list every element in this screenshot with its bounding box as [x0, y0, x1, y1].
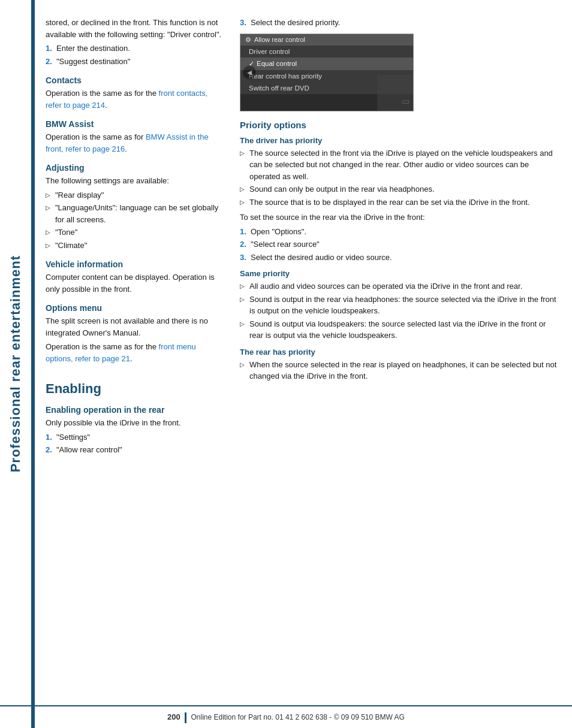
- page-wrapper: Professional rear entertainment stored, …: [0, 0, 572, 728]
- contacts-heading: Contacts: [46, 75, 222, 85]
- rear-priority-heading: The rear has priority: [240, 348, 561, 357]
- adjusting-list: "Rear display" "Language/Units": languag…: [46, 189, 222, 252]
- driver-priority-item-1: The source selected in the front via the…: [240, 147, 561, 183]
- screenshot-container: ⚙ Allow rear control Driver control Equa…: [240, 34, 414, 111]
- content-area: stored, or declined in the front. This f…: [35, 0, 572, 728]
- adjusting-item-4: "Climate": [46, 240, 222, 252]
- left-column: stored, or declined in the front. This f…: [35, 11, 233, 728]
- driver-priority-intro: To set the source in the rear via the iD…: [240, 212, 561, 223]
- driver-priority-item-3: The source that is to be displayed in th…: [240, 197, 561, 209]
- enabling-sub-heading: Enabling operation in the rear: [46, 405, 222, 415]
- driver-priority-step-1: 1. Open "Options".: [240, 226, 561, 238]
- same-priority-heading: Same priority: [240, 269, 561, 278]
- topbar-title: Allow rear control: [254, 36, 305, 43]
- enabling-step-1: 1. "Settings": [46, 431, 222, 443]
- driver-priority-item-2: Sound can only be output in the rear via…: [240, 183, 561, 195]
- rear-priority-item-1: When the source selected in the rear is …: [240, 359, 561, 382]
- bmw-assist-text: Operation is the same as for BMW Assist …: [46, 131, 222, 155]
- enabling-step-2: 2. "Allow rear control": [46, 444, 222, 456]
- same-priority-item-3: Sound is output via loudspeakers: the so…: [240, 318, 561, 342]
- driver-priority-step-2: 2. "Select rear source": [240, 238, 561, 250]
- adjusting-intro: The following settings are available:: [46, 175, 222, 187]
- enabling-text: Only possible via the iDrive in the fron…: [46, 417, 222, 429]
- page-number: 200: [167, 712, 180, 721]
- screenshot-map-bg: [377, 75, 413, 111]
- rear-priority-list: When the source selected in the rear is …: [240, 359, 561, 382]
- adjusting-heading: Adjusting: [46, 163, 222, 173]
- priority-options-heading: Priority options: [240, 120, 561, 130]
- right-column: 3. Select the desired priority. ⚙ Allow …: [233, 11, 572, 728]
- same-priority-list: All audio and video sources can be opera…: [240, 280, 561, 342]
- sidebar: Professional rear entertainment: [0, 0, 31, 728]
- vehicle-info-text: Computer content can be displayed. Opera…: [46, 271, 222, 295]
- menu-item-equal-control: Equal control: [240, 58, 413, 70]
- adjusting-item-1: "Rear display": [46, 189, 222, 201]
- intro-step-2: 2. "Suggest destination": [46, 56, 222, 68]
- vehicle-info-heading: Vehicle information: [46, 259, 222, 269]
- adjusting-item-2: "Language/Units": language can be set gl…: [46, 202, 222, 225]
- step3-text: 3. Select the desired priority.: [240, 17, 561, 29]
- screenshot-topbar: ⚙ Allow rear control: [240, 34, 413, 46]
- options-menu-heading: Options menu: [46, 303, 222, 313]
- footer-divider: [185, 712, 186, 723]
- intro-step-1: 1. Enter the destination.: [46, 43, 222, 55]
- menu-item-driver-control: Driver control: [240, 46, 413, 58]
- enabling-steps: 1. "Settings" 2. "Allow rear control": [46, 431, 222, 456]
- driver-priority-heading: The driver has priority: [240, 136, 561, 145]
- contacts-text: Operation is the same as for the front c…: [46, 87, 222, 111]
- footer-text: Online Edition for Part no. 01 41 2 602 …: [191, 713, 405, 721]
- driver-priority-steps: 1. Open "Options". 2. "Select rear sourc…: [240, 226, 561, 264]
- same-priority-item-1: All audio and video sources can be opera…: [240, 280, 561, 292]
- intro-text: stored, or declined in the front. This f…: [46, 17, 222, 40]
- screenshot-left-nav: ◂: [243, 66, 256, 79]
- screenshot-inner: ⚙ Allow rear control Driver control Equa…: [240, 34, 413, 111]
- adjusting-item-3: "Tone": [46, 226, 222, 238]
- options-menu-text1: The split screen is not available and th…: [46, 315, 222, 339]
- same-priority-item-2: Sound is output in the rear via headphon…: [240, 294, 561, 317]
- sidebar-label: Professional rear entertainment: [8, 255, 23, 472]
- step3-num: 3.: [240, 18, 246, 27]
- driver-priority-step-3: 3. Select the desired audio or video sou…: [240, 252, 561, 264]
- page-footer: 200 Online Edition for Part no. 01 41 2 …: [0, 705, 572, 728]
- bmw-assist-heading: BMW Assist: [46, 119, 222, 129]
- intro-steps: 1. Enter the destination. 2. "Suggest de…: [46, 43, 222, 67]
- driver-priority-list: The source selected in the front via the…: [240, 147, 561, 209]
- options-menu-text2: Operation is the same as for the front m…: [46, 341, 222, 364]
- enabling-big-heading: Enabling: [46, 381, 222, 397]
- topbar-icon: ⚙: [245, 36, 251, 44]
